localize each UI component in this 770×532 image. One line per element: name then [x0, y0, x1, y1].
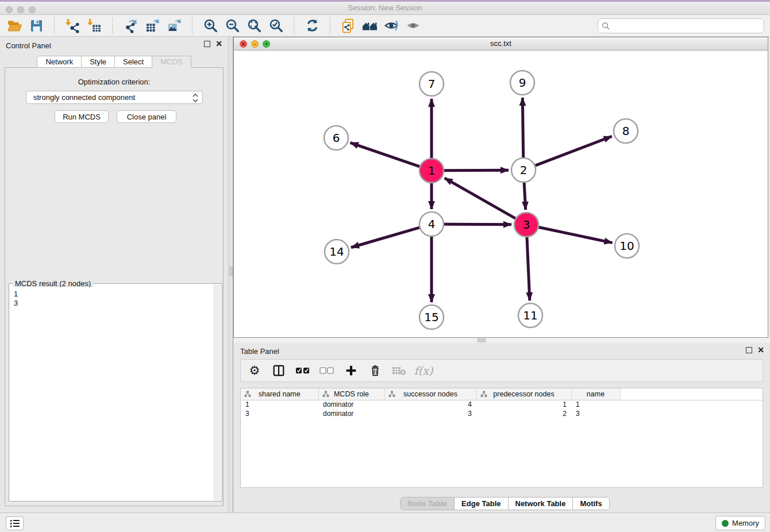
refresh-layout-icon[interactable] [303, 17, 321, 34]
deselect-all-icon[interactable] [319, 363, 335, 379]
close-panel-icon[interactable]: ✕ [757, 347, 764, 353]
export-image-icon[interactable] [165, 17, 183, 34]
column-header-predecessor-nodes[interactable]: predecessor nodes [476, 388, 571, 400]
column-header-mcds-role[interactable]: MCDS role [318, 388, 384, 400]
show-hidden-icon[interactable] [405, 17, 422, 34]
close-network-button[interactable]: ✕ [240, 40, 247, 48]
graph-edge-2-8[interactable] [536, 136, 612, 165]
column-header-name[interactable]: name [571, 388, 620, 400]
table-cell[interactable]: 3 [571, 409, 620, 418]
graph-node-3[interactable]: 3 [514, 213, 538, 237]
import-table-icon[interactable] [86, 17, 103, 34]
graph-node-8[interactable]: 8 [614, 119, 638, 143]
minimize-window-button[interactable] [17, 6, 24, 13]
divider-grip[interactable] [478, 338, 486, 342]
tab-style[interactable]: Style [81, 56, 114, 68]
show-columns-icon[interactable] [271, 363, 287, 379]
mcds-result-text[interactable]: 13 [10, 287, 214, 500]
tab-mcds[interactable]: MCDS [152, 56, 191, 68]
export-network-icon[interactable] [122, 17, 139, 34]
graph-node-10[interactable]: 10 [615, 234, 639, 258]
column-header-successor-nodes[interactable]: successor nodes [384, 388, 476, 400]
search-input[interactable] [598, 18, 764, 33]
panel-divider-vertical[interactable] [228, 37, 233, 512]
table-cell[interactable]: 1 [571, 400, 620, 409]
tab-network[interactable]: Network [37, 56, 81, 68]
tab-node-table[interactable]: Node Table [401, 498, 455, 510]
memory-button[interactable]: Memory [715, 516, 765, 530]
graph-node-2[interactable]: 2 [511, 158, 536, 182]
function-builder-icon: f(x) [415, 363, 432, 379]
table-row[interactable]: 3dominator323 [241, 409, 763, 418]
graph-node-label: 8 [622, 124, 630, 138]
search-field-wrap [598, 18, 764, 33]
table-panel-title: Table Panel [240, 347, 279, 356]
save-session-icon[interactable] [28, 17, 45, 34]
close-window-button[interactable] [6, 6, 13, 13]
tab-select[interactable]: Select [114, 56, 152, 68]
column-type-icon [388, 391, 395, 399]
zoom-selected-icon[interactable] [267, 17, 284, 34]
graph-node-7[interactable]: 7 [419, 72, 444, 96]
zoom-window-button[interactable] [29, 6, 36, 13]
graph-node-15[interactable]: 15 [419, 305, 444, 329]
select-all-icon[interactable] [295, 363, 311, 379]
divider-grip[interactable] [229, 267, 233, 276]
graph-edge-4-3[interactable] [444, 224, 511, 225]
graph-node-6[interactable]: 6 [324, 126, 348, 150]
criterion-select[interactable]: strongly connected component [26, 91, 203, 104]
result-scrollbar[interactable] [214, 284, 221, 500]
graph-edge-3-11[interactable] [527, 237, 530, 300]
close-panel-icon[interactable]: ✕ [215, 41, 222, 47]
graph-edge-3-1[interactable] [445, 178, 515, 218]
graph-edge-1-6[interactable] [351, 142, 420, 166]
graph-edge-2-3[interactable] [524, 183, 525, 210]
graph-node-1[interactable]: 1 [419, 159, 444, 183]
graph-node-4[interactable]: 4 [419, 212, 444, 236]
table-cell[interactable]: dominator [318, 400, 384, 409]
graph-edge-1-2[interactable] [444, 170, 509, 171]
zoom-in-icon[interactable] [202, 17, 219, 34]
graph-node-9[interactable]: 9 [510, 71, 534, 95]
toolbar-separator [192, 18, 192, 34]
add-column-icon[interactable] [343, 363, 359, 379]
zoom-out-icon[interactable] [224, 17, 241, 34]
close-panel-button[interactable]: Close panel [117, 110, 176, 123]
table-cell[interactable]: 1 [241, 400, 318, 409]
delete-column-icon[interactable] [367, 363, 383, 379]
graph-edge-4-14[interactable] [351, 228, 419, 248]
open-session-icon[interactable] [6, 17, 23, 34]
float-panel-icon[interactable] [204, 41, 210, 47]
graph-edge-2-9[interactable] [522, 98, 523, 157]
result-line: 3 [14, 299, 214, 308]
show-all-icon[interactable] [361, 17, 379, 34]
float-panel-icon[interactable] [746, 347, 752, 353]
task-history-button[interactable] [6, 516, 24, 530]
table-cell[interactable]: 3 [241, 409, 318, 418]
duplicate-network-icon[interactable] [340, 17, 357, 34]
tab-network-table[interactable]: Network Table [509, 498, 573, 510]
maximize-network-button[interactable]: ＋ [263, 40, 270, 48]
column-header-shared-name[interactable]: shared name [241, 388, 318, 400]
graph-node-14[interactable]: 14 [325, 240, 349, 264]
graph-node-label: 9 [519, 76, 526, 90]
table-cell[interactable]: dominator [318, 409, 384, 418]
table-row[interactable]: 1dominator411 [241, 400, 763, 409]
table-cell[interactable]: 3 [384, 409, 476, 418]
tab-edge-table[interactable]: Edge Table [455, 498, 508, 510]
table-cell[interactable]: 4 [384, 400, 476, 409]
minimize-network-button[interactable]: − [251, 40, 259, 48]
hide-selected-icon[interactable] [383, 17, 401, 34]
table-cell[interactable]: 1 [476, 400, 571, 409]
graph-edge-3-10[interactable] [539, 228, 613, 243]
table-cell[interactable]: 2 [476, 409, 571, 418]
zoom-fit-icon[interactable] [245, 17, 263, 34]
export-table-icon[interactable] [144, 17, 161, 34]
run-mcds-button[interactable]: Run MCDS [55, 110, 109, 123]
import-network-icon[interactable] [64, 17, 81, 34]
tab-motifs[interactable]: Motifs [573, 498, 609, 510]
table-settings-gear-icon[interactable]: ⚙ [247, 363, 263, 379]
panel-divider-horizontal[interactable] [233, 338, 770, 343]
network-canvas[interactable]: 7968124314101511 [234, 51, 768, 337]
graph-node-11[interactable]: 11 [518, 303, 542, 327]
